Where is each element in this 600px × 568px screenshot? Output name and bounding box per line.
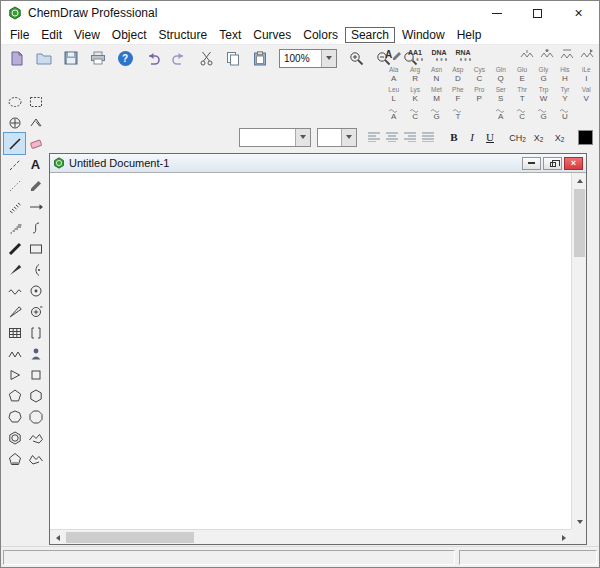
amino-acid-lys-button[interactable]: LysK xyxy=(404,85,425,105)
dna-base-a-button[interactable]: A xyxy=(383,105,404,123)
scroll-up-button[interactable] xyxy=(572,173,587,188)
amino-acid-arg-button[interactable]: ArgR xyxy=(404,65,425,85)
zoom-dropdown-arrow-icon[interactable] xyxy=(321,50,336,67)
scroll-right-button[interactable] xyxy=(556,530,571,545)
dna-base-t-button[interactable]: T xyxy=(447,105,468,123)
cut-button[interactable] xyxy=(194,47,218,69)
cyclohexane-ring-tool[interactable] xyxy=(25,385,46,406)
bio-aux-tool-4-button[interactable] xyxy=(577,46,597,64)
amino-acid-ile-button[interactable]: iLeI xyxy=(576,65,597,85)
save-button[interactable] xyxy=(59,47,83,69)
peptide-sequence-button[interactable]: AA1 xyxy=(403,49,427,61)
maximize-button[interactable] xyxy=(517,1,558,25)
formula-button[interactable]: CH2 xyxy=(507,128,528,146)
orbital-tool[interactable] xyxy=(25,280,46,301)
bold-button[interactable]: B xyxy=(445,128,463,146)
chemical-symbol-tool[interactable] xyxy=(25,301,46,322)
wedge-bond-tool[interactable] xyxy=(4,259,25,280)
vertical-scroll-thumb[interactable] xyxy=(574,189,585,257)
undo-button[interactable] xyxy=(140,47,164,69)
cyclopentane-ring-tool[interactable] xyxy=(4,385,25,406)
curve-tool[interactable] xyxy=(25,217,46,238)
eraser-tool[interactable] xyxy=(25,133,46,154)
pen-tool[interactable] xyxy=(25,175,46,196)
amino-acid-ala-button[interactable]: AlaA xyxy=(383,65,404,85)
amino-acid-ser-button[interactable]: SerS xyxy=(490,85,511,105)
hollow-wedge-bond-tool[interactable] xyxy=(4,301,25,322)
bracket-tool[interactable] xyxy=(25,322,46,343)
amino-acid-leu-button[interactable]: LeuL xyxy=(383,85,404,105)
align-justify-button[interactable] xyxy=(419,128,437,146)
bold-bond-tool[interactable] xyxy=(4,238,25,259)
drawing-canvas[interactable] xyxy=(50,173,571,529)
help-button[interactable] xyxy=(113,47,137,69)
acyclic-chain-tool[interactable] xyxy=(4,343,25,364)
chair-cyclohexane-tool-1[interactable] xyxy=(25,427,46,448)
scroll-left-button[interactable] xyxy=(50,530,65,545)
amino-acid-cys-button[interactable]: CysC xyxy=(469,65,490,85)
amino-acid-his-button[interactable]: HisH xyxy=(554,65,575,85)
rectangle-tool[interactable] xyxy=(25,238,46,259)
font-dropdown-arrow-icon[interactable] xyxy=(295,129,310,146)
arrow-tool[interactable] xyxy=(25,196,46,217)
templates-tool[interactable] xyxy=(25,343,46,364)
new-document-button[interactable] xyxy=(5,47,29,69)
menu-view[interactable]: View xyxy=(68,27,106,43)
scroll-down-button[interactable] xyxy=(572,514,587,529)
rna-sequence-button[interactable]: RNA xyxy=(451,49,475,61)
document-restore-button[interactable] xyxy=(543,157,562,170)
zoom-level-dropdown[interactable]: 100% xyxy=(279,49,337,68)
bio-aux-tool-3-button[interactable] xyxy=(557,46,577,64)
dotted-bond-tool[interactable] xyxy=(4,175,25,196)
amino-acid-gln-button[interactable]: GlnQ xyxy=(490,65,511,85)
cyclobutane-ring-tool[interactable] xyxy=(25,364,46,385)
align-right-button[interactable] xyxy=(401,128,419,146)
menu-curves[interactable]: Curves xyxy=(247,27,297,43)
rna-base-u-button[interactable]: U xyxy=(554,105,575,123)
size-dropdown-arrow-icon[interactable] xyxy=(341,129,356,146)
document-close-button[interactable]: × xyxy=(564,157,583,170)
rna-base-a-button[interactable]: A xyxy=(490,105,511,123)
hashed-bond-tool[interactable] xyxy=(4,196,25,217)
close-button[interactable]: × xyxy=(558,1,599,25)
dna-sequence-button[interactable]: DNA xyxy=(427,49,451,61)
open-button[interactable] xyxy=(32,47,56,69)
bio-aux-tool-2-button[interactable] xyxy=(537,46,557,64)
subscript-button[interactable]: X2 xyxy=(528,128,549,146)
solid-bond-tool[interactable] xyxy=(4,133,25,154)
amino-acid-thr-button[interactable]: ThrT xyxy=(511,85,532,105)
menu-help[interactable]: Help xyxy=(451,27,488,43)
cyclopropane-ring-tool[interactable] xyxy=(4,364,25,385)
menu-search[interactable]: Search xyxy=(345,27,395,43)
minimize-button[interactable] xyxy=(476,1,517,25)
amino-acid-gly-button[interactable]: GlyG xyxy=(533,65,554,85)
horizontal-scrollbar[interactable] xyxy=(50,529,571,544)
cyclopentadiene-ring-tool[interactable] xyxy=(4,448,25,469)
underline-button[interactable]: U xyxy=(481,128,499,146)
amino-acid-phe-button[interactable]: PheF xyxy=(447,85,468,105)
rna-base-c-button[interactable]: C xyxy=(511,105,532,123)
lasso-tool[interactable] xyxy=(4,91,25,112)
menu-file[interactable]: File xyxy=(4,27,35,43)
print-button[interactable] xyxy=(86,47,110,69)
dna-base-c-button[interactable]: C xyxy=(404,105,425,123)
arc-tool[interactable] xyxy=(25,259,46,280)
color-picker-button[interactable] xyxy=(578,130,593,145)
structure-perspective-tool[interactable] xyxy=(4,112,25,133)
amino-acid-asn-button[interactable]: AsnN xyxy=(426,65,447,85)
amino-acid-asp-button[interactable]: AspD xyxy=(447,65,468,85)
amino-acid-met-button[interactable]: MetM xyxy=(426,85,447,105)
amino-acid-pro-button[interactable]: ProP xyxy=(469,85,490,105)
table-tool[interactable] xyxy=(4,322,25,343)
amino-acid-glu-button[interactable]: GluE xyxy=(511,65,532,85)
rna-base-g-button[interactable]: G xyxy=(533,105,554,123)
multiple-bonds-tool[interactable] xyxy=(25,112,46,133)
superscript-button[interactable]: X2 xyxy=(549,128,570,146)
align-left-button[interactable] xyxy=(365,128,383,146)
italic-button[interactable]: I xyxy=(463,128,481,146)
menu-window[interactable]: Window xyxy=(396,27,451,43)
document-titlebar[interactable]: Untitled Document-1 × xyxy=(50,154,586,173)
dashed-bond-tool[interactable] xyxy=(4,154,25,175)
font-size-dropdown[interactable] xyxy=(317,128,357,147)
hashed-wedge-bond-tool[interactable] xyxy=(4,217,25,238)
